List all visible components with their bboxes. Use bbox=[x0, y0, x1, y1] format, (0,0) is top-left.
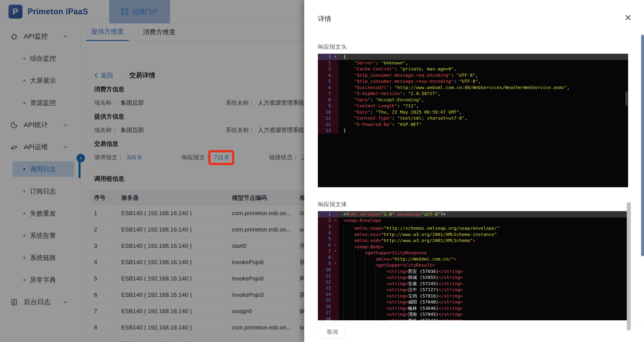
token: , bbox=[405, 60, 408, 66]
token: ?> bbox=[440, 211, 446, 217]
token bbox=[343, 66, 354, 72]
fold-gutter bbox=[332, 78, 339, 84]
line-number: 15 bbox=[318, 297, 332, 304]
drawer-title: 详情 bbox=[318, 14, 331, 24]
fold-gutter bbox=[332, 72, 339, 78]
code-line: 5 "$tip_consumer.message.resp.encoding":… bbox=[318, 78, 628, 84]
token: : bbox=[392, 122, 397, 127]
line-number: 17 bbox=[318, 310, 332, 316]
token bbox=[343, 122, 354, 127]
indent-guides bbox=[343, 291, 386, 298]
response-body-label: 响应报文体 bbox=[318, 200, 347, 208]
token bbox=[343, 91, 354, 96]
response-headers-label: 响应报文头 bbox=[318, 43, 347, 51]
code-line: 6 "businessUrl": "http://www.webxml.com.… bbox=[318, 84, 628, 91]
line-number: 11 bbox=[318, 115, 332, 122]
token: "utf-8" bbox=[422, 211, 440, 217]
token: , bbox=[464, 116, 467, 121]
code-line: 2▼<soap:Envelope bbox=[318, 218, 628, 224]
token: "X-Powered-By" bbox=[354, 122, 392, 127]
fold-gutter bbox=[332, 266, 339, 273]
token: : bbox=[370, 97, 376, 102]
response-body-editor[interactable]: 1<?xml version="1.0" encoding="utf-8"?>2… bbox=[318, 211, 628, 320]
code-line: 2 "Server": "Unknown", bbox=[318, 60, 628, 66]
fold-gutter bbox=[332, 291, 339, 298]
indent-guides bbox=[343, 297, 386, 304]
code-line: 3 "Cache-Control": "private, max-age=0", bbox=[318, 66, 628, 72]
code-line: 12<string>安康 (57245)</string> bbox=[318, 279, 628, 285]
line-number: 8 bbox=[318, 254, 332, 260]
fold-arrow-icon[interactable]: ▼ bbox=[332, 54, 339, 60]
fold-gutter bbox=[332, 316, 339, 320]
fold-gutter bbox=[332, 211, 339, 218]
fold-arrow-icon[interactable]: ▼ bbox=[332, 248, 339, 254]
fold-gutter bbox=[332, 224, 339, 230]
page-scrollbar-thumb[interactable] bbox=[641, 35, 644, 256]
line-number: 3 bbox=[318, 66, 332, 72]
code-line: 4xmlns:xsi="http://www.w3.org/2001/XMLSc… bbox=[318, 230, 628, 236]
line-number: 5 bbox=[318, 78, 332, 84]
fold-arrow-icon[interactable]: ▼ bbox=[332, 260, 339, 266]
fold-gutter bbox=[332, 66, 339, 72]
token: "Content-Length" bbox=[354, 103, 397, 108]
token bbox=[343, 103, 354, 108]
editor-scrollbar-thumb[interactable] bbox=[626, 91, 628, 106]
fold-arrow-icon[interactable]: ▼ bbox=[332, 242, 339, 248]
indent-guides bbox=[343, 316, 386, 320]
token: "711" bbox=[403, 103, 416, 108]
line-number: 12 bbox=[318, 122, 332, 128]
fold-arrow-icon[interactable]: ▼ bbox=[332, 218, 339, 224]
fold-gutter bbox=[332, 304, 339, 310]
token bbox=[343, 97, 354, 102]
response-headers-editor[interactable]: 1▼{2 "Server": "Unknown",3 "Cache-Contro… bbox=[318, 54, 628, 187]
line-number: 4 bbox=[318, 230, 332, 236]
fold-gutter bbox=[332, 254, 339, 260]
code-line: 8 "Vary": "Accept-Encoding", bbox=[318, 97, 628, 103]
line-number: 8 bbox=[318, 97, 332, 103]
token: <? bbox=[343, 211, 349, 217]
code-lines: 1▼{2 "Server": "Unknown",3 "Cache-Contro… bbox=[318, 54, 628, 134]
code-line: 15<string>咸阳 (57048)</string> bbox=[318, 297, 628, 304]
indent-guides bbox=[343, 260, 376, 266]
token: <string> bbox=[386, 318, 408, 320]
token: "Date" bbox=[354, 110, 370, 115]
token: "UTF-8" bbox=[456, 72, 475, 78]
drawer-scrollbar-thumb[interactable] bbox=[627, 202, 631, 330]
cancel-button[interactable]: 取消 bbox=[320, 326, 345, 338]
indent-guides bbox=[343, 254, 376, 260]
line-number: 7 bbox=[318, 248, 332, 254]
token bbox=[343, 60, 354, 66]
code-line: 9▼<getSupportCityResult> bbox=[318, 260, 628, 266]
token: "http://www.webxml.com.cn:80/WebServices… bbox=[394, 85, 567, 90]
token: , bbox=[459, 110, 462, 115]
fold-gutter bbox=[332, 60, 339, 66]
line-number: 11 bbox=[318, 273, 332, 279]
line-number: 10 bbox=[318, 266, 332, 273]
token: "UTF-8" bbox=[459, 78, 478, 84]
close-icon[interactable]: × bbox=[625, 12, 632, 23]
token: </string> bbox=[438, 318, 462, 320]
token: "businessUrl" bbox=[354, 85, 389, 90]
screen: P Primeton iPaaS 运维门户 API监控综合监控大屏展示资源监控A… bbox=[0, 0, 644, 342]
token: > bbox=[454, 256, 456, 262]
code-line: 13} bbox=[318, 128, 628, 134]
token bbox=[343, 85, 354, 90]
code-line: 9 "Content-Length": "711", bbox=[318, 103, 628, 109]
line-number: 2 bbox=[318, 218, 332, 224]
token: } bbox=[343, 128, 346, 133]
line-number: 13 bbox=[318, 285, 332, 291]
fold-gutter bbox=[332, 273, 339, 279]
token: , bbox=[416, 103, 419, 108]
indent-guides bbox=[343, 279, 386, 285]
code-line: 18<string>商洛 (57143)</string> bbox=[318, 316, 628, 320]
token: { bbox=[343, 54, 346, 59]
code-line: 14<string>宝鸡 (57016)</string> bbox=[318, 291, 628, 298]
token: "http://www.w3.org/2001/XMLSchema" bbox=[381, 238, 473, 243]
indent-guides bbox=[343, 224, 354, 230]
token: > bbox=[473, 238, 475, 243]
code-line: 11 "Content-Type": "text/xml; charset=ut… bbox=[318, 115, 628, 122]
token: "$tip_consumer.message.req.encoding" bbox=[354, 72, 451, 78]
fold-gutter bbox=[332, 90, 339, 97]
fold-gutter bbox=[332, 115, 339, 122]
line-number: 10 bbox=[318, 109, 332, 116]
